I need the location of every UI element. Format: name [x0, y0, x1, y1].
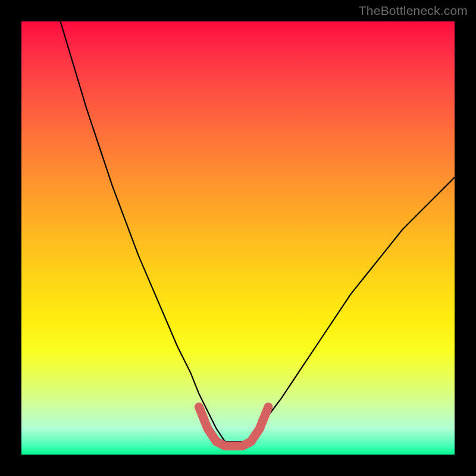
curve-svg: [21, 21, 455, 455]
watermark-text: TheBottleneck.com: [359, 4, 468, 18]
black-curve: [61, 21, 455, 441]
red-highlight: [199, 407, 268, 446]
plot-area: [21, 21, 455, 455]
chart-frame: TheBottleneck.com: [0, 0, 476, 476]
